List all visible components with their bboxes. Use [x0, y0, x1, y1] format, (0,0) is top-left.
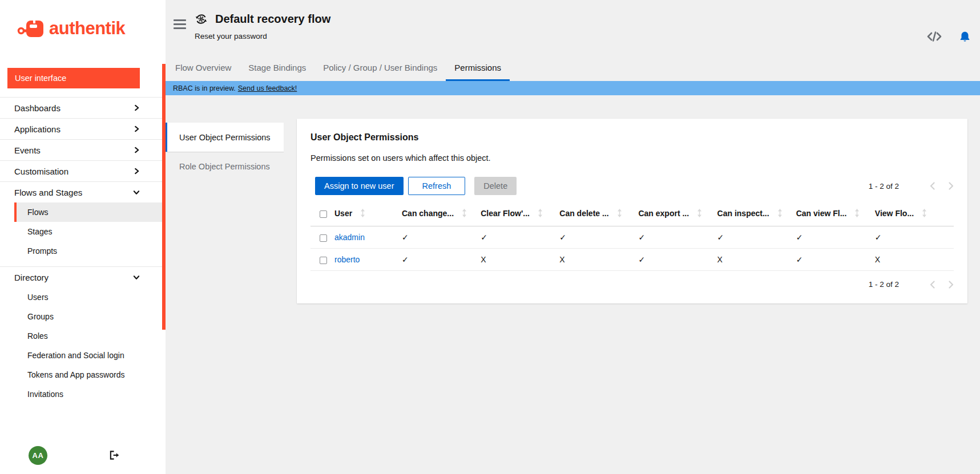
tab-role-object-permissions[interactable]: Role Object Permissions [166, 152, 284, 181]
sidebar-item-label: Users [27, 293, 49, 302]
chevron-right-icon [134, 168, 140, 175]
column-header-can-delete[interactable]: Can delete ... [559, 204, 638, 226]
sort-icon[interactable] [360, 209, 365, 217]
sidebar-item-stages[interactable]: Stages [0, 222, 162, 241]
column-header-can-view-fl[interactable]: Can view Fl... [796, 204, 875, 226]
sort-icon[interactable] [538, 209, 543, 217]
sort-icon[interactable] [617, 209, 622, 217]
sidebar-item-directory[interactable]: Directory [0, 266, 162, 287]
sidebar-item-label: Applications [14, 124, 61, 134]
sidebar-item-label: Groups [27, 312, 54, 321]
sidebar-item-label: Flows [27, 208, 49, 217]
user-cell: akadmin [334, 226, 402, 249]
sort-icon[interactable] [777, 209, 783, 217]
table-row-roberto: roberto✓XX✓X✓X [310, 249, 954, 271]
sidebar-item-roles[interactable]: Roles [0, 326, 162, 346]
chevron-right-icon [949, 281, 954, 289]
sidebar-item-users[interactable]: Users [0, 287, 162, 307]
sidebar-item-dashboards[interactable]: Dashboards [0, 97, 162, 118]
table-header-row: UserCan change...Clear Flow'...Can delet… [310, 204, 954, 226]
assign-to-new-user-button[interactable]: Assign to new user [315, 177, 404, 195]
vtab-label: User Object Permissions [179, 133, 271, 142]
user-link-akadmin[interactable]: akadmin [334, 233, 365, 242]
tab-permissions[interactable]: Permissions [446, 55, 510, 81]
row-checkbox[interactable] [320, 257, 327, 264]
chevron-left-icon [930, 281, 935, 289]
authentik-logo[interactable]: authentik [17, 17, 125, 40]
permission-granted-cell: ✓ [638, 226, 717, 249]
sidebar-item-events[interactable]: Events [0, 139, 162, 160]
permission-granted-cell: ✓ [638, 249, 717, 271]
column-header-clear-flow[interactable]: Clear Flow'... [481, 204, 559, 226]
sidebar-item-invitations[interactable]: Invitations [0, 384, 162, 404]
api-button[interactable] [926, 31, 942, 42]
sidebar-item-label: Roles [27, 331, 48, 341]
x-glyph: X [717, 255, 723, 264]
logout-button[interactable] [109, 450, 120, 460]
sidebar-item-tokens-and-app-passwords[interactable]: Tokens and App passwords [0, 365, 162, 384]
prev-page-button[interactable] [930, 281, 935, 289]
delete-button[interactable]: Delete [474, 177, 517, 195]
sidebar-item-groups[interactable]: Groups [0, 307, 162, 326]
sort-icon[interactable] [462, 209, 467, 217]
tab-flow-overview[interactable]: Flow Overview [167, 55, 240, 81]
sidebar-item-flows[interactable]: Flows [14, 202, 162, 222]
main-area: Default recovery flow Reset your passwor… [166, 0, 980, 474]
sidebar-item-label: Federation and Social login [27, 351, 124, 360]
sidebar-item-label: Customisation [14, 167, 68, 176]
feedback-link[interactable]: Send us feedback! [238, 84, 297, 92]
sidebar-scrollbar[interactable] [162, 64, 166, 330]
user-cell: roberto [334, 249, 402, 271]
sidebar-item-customisation[interactable]: Customisation [0, 160, 162, 181]
check-glyph: ✓ [559, 233, 566, 242]
prev-page-button[interactable] [930, 182, 935, 190]
column-label: View Flo... [875, 209, 914, 218]
chevron-right-icon [134, 125, 140, 132]
row-checkbox[interactable] [320, 234, 327, 242]
vtab-label: Role Object Permissions [179, 162, 270, 171]
tab-policy-group-user-bindings[interactable]: Policy / Group / User Bindings [314, 55, 446, 81]
select-all-checkbox[interactable] [320, 210, 327, 218]
x-glyph: X [559, 255, 564, 264]
check-glyph: ✓ [638, 233, 645, 242]
tab-user-object-permissions[interactable]: User Object Permissions [166, 123, 284, 152]
sidebar-item-flows-and-stages[interactable]: Flows and Stages [0, 181, 162, 202]
column-label: Clear Flow'... [481, 209, 530, 218]
chevron-right-icon [949, 182, 954, 190]
pagination-label: 1 - 2 of 2 [869, 182, 899, 191]
chevron-down-icon [133, 189, 140, 196]
sidebar-item-applications[interactable]: Applications [0, 118, 162, 139]
bell-icon [959, 31, 970, 42]
column-header-view-flo[interactable]: View Flo... [875, 204, 954, 226]
sort-icon[interactable] [854, 209, 860, 217]
column-header-user[interactable]: User [334, 204, 402, 226]
next-page-button[interactable] [949, 281, 954, 289]
column-header-can-inspect[interactable]: Can inspect... [717, 204, 796, 226]
permissions-table: UserCan change...Clear Flow'...Can delet… [310, 204, 954, 271]
check-glyph: ✓ [875, 233, 882, 242]
sidebar-item-prompts[interactable]: Prompts [0, 241, 162, 261]
sidebar-item-federation-and-social-login[interactable]: Federation and Social login [0, 346, 162, 365]
sort-icon[interactable] [922, 209, 927, 217]
sidebar: authentik User interface DashboardsAppli… [0, 0, 166, 474]
check-glyph: ✓ [796, 233, 803, 242]
column-header-can-export[interactable]: Can export ... [638, 204, 717, 226]
next-page-button[interactable] [949, 182, 954, 190]
column-label: Can change... [402, 209, 454, 218]
avatar[interactable]: AA [29, 446, 47, 465]
refresh-button[interactable]: Refresh [408, 177, 466, 195]
permission-granted-cell: ✓ [559, 226, 638, 249]
sidebar-item-label: Dashboards [14, 103, 61, 113]
sidebar-nav: DashboardsApplicationsEventsCustomisatio… [0, 97, 162, 434]
authentik-key-logo-icon [17, 17, 46, 40]
hamburger-icon[interactable] [174, 19, 186, 55]
permissions-card: User Object Permissions Permissions set … [297, 119, 967, 303]
sidebar-section-user-interface[interactable]: User interface [7, 68, 140, 88]
tab-stage-bindings[interactable]: Stage Bindings [240, 55, 314, 81]
user-link-roberto[interactable]: roberto [334, 255, 360, 264]
column-label: Can delete ... [559, 209, 608, 218]
sort-icon[interactable] [697, 209, 702, 217]
notifications-button[interactable] [959, 31, 970, 42]
column-header-can-change[interactable]: Can change... [402, 204, 481, 226]
sidebar-item-label: Events [14, 145, 41, 155]
